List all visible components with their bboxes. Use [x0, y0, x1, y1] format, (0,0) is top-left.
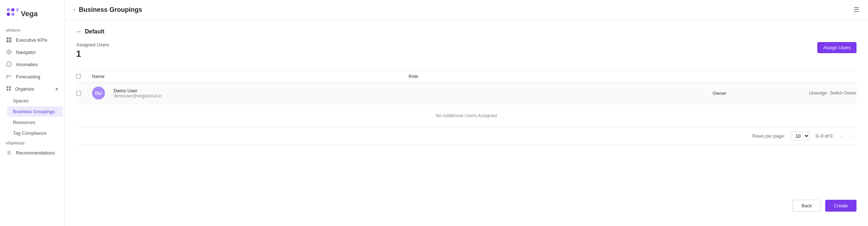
pagination-range: 0–0 of 0 [816, 133, 832, 139]
page-title: Business Groupings [79, 6, 142, 14]
user-role: Owner [713, 91, 785, 96]
logo: Vega [0, 4, 64, 26]
forecasting-icon [6, 73, 12, 80]
chevron-up-icon: ∧ [55, 86, 59, 92]
info-icon: i [6, 61, 12, 68]
svg-text:i: i [9, 63, 9, 66]
list-icon [6, 149, 12, 156]
rows-per-page-label: Rows per page: [752, 133, 785, 139]
sidebar-item-tag-compliance[interactable]: Tag Compliance [7, 128, 63, 138]
svg-point-3 [7, 13, 10, 16]
section-title: Default [85, 28, 104, 35]
table-header: Name Role [76, 70, 856, 82]
sidebar-item-anomalies[interactable]: i Anomalies [0, 58, 64, 70]
organize-group-header[interactable]: Organize ∧ [0, 83, 64, 95]
sidebar-item-recommendations[interactable]: Recommendations [0, 147, 64, 159]
sidebar-item-business-groupings[interactable]: Business Groupings [7, 106, 63, 117]
assigned-users-label: Assigned Users [76, 42, 109, 47]
back-button[interactable]: Back [792, 200, 821, 212]
create-button[interactable]: Create [825, 200, 856, 212]
sidebar-item-resources[interactable]: Resources [7, 117, 63, 128]
sidebar-item-forecasting[interactable]: Forecasting [0, 70, 64, 83]
organize-sub-items: Spaces Business Groupings Resources Tag … [0, 96, 64, 138]
col-name-header: Name [92, 74, 105, 79]
table-row: DU Demo User demouser@vegacloud.io Owner… [76, 82, 856, 104]
location-icon [6, 49, 12, 55]
svg-rect-14 [6, 89, 8, 91]
sidebar-item-executive-kpis[interactable]: Executive KPIs [0, 34, 64, 46]
anomalies-label: Anomalies [16, 62, 38, 67]
vega-logo-icon [6, 7, 19, 20]
sidebar-item-spaces[interactable]: Spaces [7, 96, 63, 106]
row-checkbox[interactable] [76, 91, 81, 96]
recommendations-label: Recommendations [16, 150, 55, 156]
assign-users-button[interactable]: Assign Users [817, 42, 856, 53]
switch-owner-link[interactable]: Switch Owner [830, 91, 856, 96]
tag-compliance-label: Tag Compliance [13, 130, 46, 136]
user-email: demouser@vegacloud.io [114, 93, 161, 98]
svg-point-4 [11, 13, 14, 16]
svg-point-1 [11, 8, 14, 11]
svg-rect-15 [9, 89, 11, 91]
users-table: Name Role DU Demo User demouser@vegaclo [76, 70, 856, 127]
svg-point-9 [8, 51, 10, 53]
navigator-label: Navigator [16, 50, 36, 55]
logo-text: Vega [21, 10, 38, 18]
top-bar: ‹ Business Groupings ☰ [65, 0, 868, 20]
unassign-link[interactable]: Unassign [809, 91, 827, 96]
organize-group: Organize ∧ Spaces Business Groupings Res… [0, 83, 64, 139]
vinform-label: vInform [0, 26, 64, 34]
organize-label: Organize [15, 86, 34, 92]
svg-rect-8 [9, 40, 12, 42]
svg-rect-12 [6, 86, 8, 88]
resources-label: Resources [13, 120, 35, 125]
back-to-list-btn[interactable]: ← Default [76, 28, 856, 35]
pagination-row: Rows per page: 10 25 50 0–0 of 0 ‹ › [76, 127, 856, 145]
business-groupings-label: Business Groupings [13, 109, 55, 114]
svg-rect-6 [9, 37, 12, 40]
main-content: ‹ Business Groupings ☰ ← Default Assigne… [65, 0, 868, 226]
col-role-header: Role [408, 74, 480, 79]
pagination-prev-btn[interactable]: ‹ [838, 132, 844, 140]
sidebar-item-navigator[interactable]: Navigator [0, 46, 64, 58]
back-arrow-icon: ← [76, 28, 82, 35]
svg-point-2 [16, 8, 19, 11]
svg-point-0 [7, 8, 10, 11]
voptimize-label: vOptimize [0, 139, 64, 147]
hamburger-menu-icon[interactable]: ☰ [854, 6, 859, 14]
rows-per-page-select[interactable]: 10 25 50 [791, 132, 810, 140]
pagination-next-btn[interactable]: › [850, 132, 856, 140]
svg-rect-5 [6, 37, 9, 40]
sidebar-collapse-btn[interactable]: ‹ [73, 6, 75, 13]
user-name: Demo User [114, 88, 161, 93]
footer-actions: Back Create [76, 194, 856, 217]
avatar: DU [92, 87, 105, 100]
svg-rect-7 [6, 40, 9, 42]
forecasting-label: Forecasting [16, 74, 40, 79]
executive-kpis-label: Executive KPIs [16, 37, 47, 43]
row-actions: Unassign Switch Owner [785, 91, 856, 96]
spaces-label: Spaces [13, 98, 28, 103]
no-additional-users-message: No Additional Users Assigned [76, 104, 856, 127]
organize-icon [6, 86, 12, 92]
grid-icon [6, 37, 12, 43]
sidebar: Vega vInform Executive KPIs Navigator i … [0, 0, 65, 226]
assigned-users-count: 1 [76, 49, 109, 59]
select-all-checkbox[interactable] [76, 74, 81, 79]
svg-rect-13 [9, 86, 11, 88]
content-area: ← Default Assigned Users 1 Assign Users … [65, 20, 868, 226]
